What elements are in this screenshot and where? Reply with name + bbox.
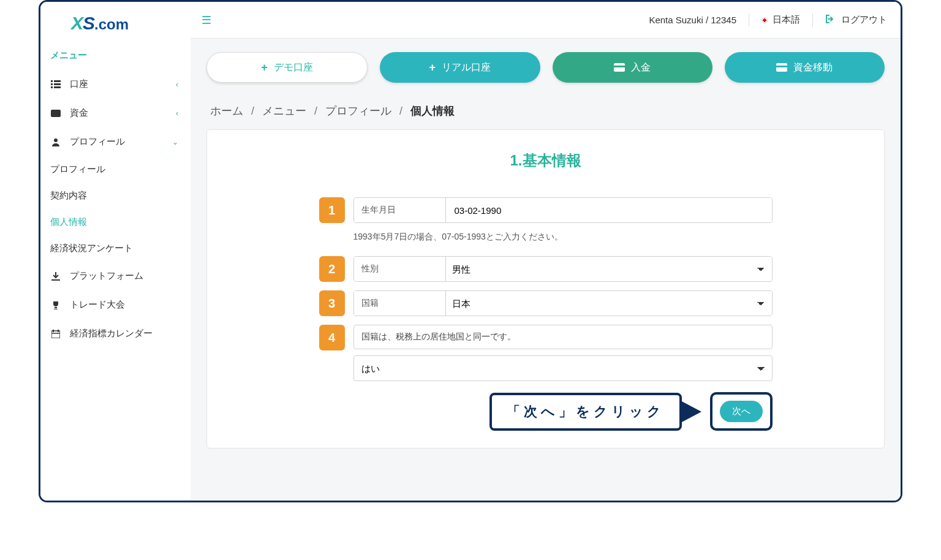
tax-residency-select[interactable]: はい bbox=[353, 355, 773, 381]
step-badge-1: 1 bbox=[319, 197, 345, 223]
breadcrumb-item[interactable]: ホーム bbox=[210, 105, 243, 117]
language-label: 日本語 bbox=[773, 14, 800, 26]
sidebar-item-platform[interactable]: プラットフォーム bbox=[40, 262, 191, 290]
user-label: Kenta Suzuki / 12345 bbox=[649, 15, 736, 25]
instruction-callout: 「次へ」をクリック bbox=[489, 393, 682, 431]
sidebar-item-label: 経済指標カレンダー bbox=[70, 328, 153, 339]
tax-residency-question: 国籍は、税務上の居住地国と同一です。 bbox=[353, 325, 773, 349]
sidebar-subitem-economic-survey[interactable]: 経済状況アンケート bbox=[50, 235, 191, 262]
sidebar-item-label: 口座 bbox=[70, 78, 88, 90]
svg-rect-4 bbox=[54, 83, 61, 85]
form-card: 1.基本情報 1 生年月日 1993年5月7日の場合、07-05-1993とご入… bbox=[206, 129, 885, 448]
arrow-right-icon bbox=[681, 401, 701, 423]
sidebar-item-label: 資金 bbox=[70, 107, 88, 119]
sidebar-submenu-profile: プロフィール 契約内容 個人情報 経済状況アンケート bbox=[40, 156, 191, 262]
step-badge-2: 2 bbox=[319, 256, 345, 282]
logo: XS.com bbox=[40, 13, 191, 46]
plus-icon: + bbox=[429, 61, 436, 74]
breadcrumb-sep: / bbox=[251, 105, 254, 117]
hamburger-icon[interactable]: ☰ bbox=[202, 13, 211, 27]
step-badge-4: 4 bbox=[319, 325, 345, 350]
logout-icon bbox=[825, 15, 835, 25]
step-badge-3: 3 bbox=[319, 290, 345, 316]
sidebar-subitem-personal-info[interactable]: 個人情報 bbox=[50, 209, 191, 235]
real-account-button[interactable]: + リアル口座 bbox=[380, 52, 540, 83]
calendar-icon bbox=[50, 330, 61, 338]
user-icon bbox=[50, 138, 61, 146]
breadcrumb-sep: / bbox=[314, 105, 317, 117]
card-icon bbox=[776, 63, 787, 72]
download-icon bbox=[50, 272, 61, 281]
svg-rect-1 bbox=[51, 83, 53, 85]
logo-s: S bbox=[83, 13, 94, 33]
callout-wrap: 「次へ」をクリック bbox=[489, 393, 701, 431]
breadcrumb: ホーム / メニュー / プロフィール / 個人情報 bbox=[210, 104, 885, 118]
button-label: 入金 bbox=[631, 61, 651, 74]
sidebar-item-label: トレード大会 bbox=[70, 299, 125, 311]
divider bbox=[812, 13, 813, 27]
trophy-icon bbox=[50, 301, 61, 309]
sidebar-item-label: プロフィール bbox=[70, 136, 125, 148]
gender-select[interactable]: 男性 bbox=[446, 257, 772, 281]
sidebar-subitem-profile[interactable]: プロフィール bbox=[50, 156, 191, 183]
sidebar-title: メニュー bbox=[40, 46, 191, 70]
card-icon bbox=[614, 63, 625, 72]
transfer-button[interactable]: 資金移動 bbox=[725, 52, 885, 83]
sidebar-item-label: プラットフォーム bbox=[70, 270, 143, 282]
topbar: ☰ Kenta Suzuki / 12345 日本語 ログアウト bbox=[191, 2, 901, 39]
dob-label: 生年月日 bbox=[354, 198, 446, 222]
svg-rect-3 bbox=[54, 80, 61, 82]
sidebar-item-profile[interactable]: プロフィール ⌄ bbox=[40, 127, 191, 156]
logo-x: X bbox=[71, 13, 83, 33]
sidebar-item-account[interactable]: 口座 ‹ bbox=[40, 70, 191, 99]
sidebar-item-competition[interactable]: トレード大会 bbox=[40, 290, 191, 319]
svg-point-7 bbox=[54, 138, 58, 142]
sidebar-subitem-contract[interactable]: 契約内容 bbox=[50, 183, 191, 209]
list-icon bbox=[50, 80, 61, 89]
button-label: デモ口座 bbox=[274, 61, 313, 74]
dob-input[interactable] bbox=[446, 198, 772, 222]
button-label: リアル口座 bbox=[442, 61, 491, 74]
logout-button[interactable]: ログアウト bbox=[825, 14, 887, 26]
dob-hint: 1993年5月7日の場合、07-05-1993とご入力ください。 bbox=[353, 232, 773, 243]
svg-rect-0 bbox=[51, 80, 53, 82]
sidebar-item-calendar[interactable]: 経済指標カレンダー bbox=[40, 319, 191, 348]
gender-label: 性別 bbox=[354, 257, 446, 281]
next-button-highlight: 次へ bbox=[710, 392, 773, 431]
nationality-label: 国籍 bbox=[354, 291, 446, 316]
sidebar-item-funds[interactable]: 資金 ‹ bbox=[40, 99, 191, 127]
wallet-icon bbox=[50, 110, 61, 117]
divider bbox=[749, 13, 749, 27]
svg-rect-6 bbox=[51, 110, 61, 117]
form-heading: 1.基本情報 bbox=[232, 151, 860, 170]
svg-rect-11 bbox=[58, 330, 59, 332]
language-selector[interactable]: 日本語 bbox=[761, 14, 800, 26]
chevron-down-icon: ⌄ bbox=[172, 138, 178, 146]
nationality-select[interactable]: 日本 bbox=[446, 291, 772, 316]
deposit-button[interactable]: 入金 bbox=[553, 52, 712, 83]
svg-rect-2 bbox=[51, 86, 53, 88]
sidebar: XS.com メニュー 口座 ‹ 資金 ‹ bbox=[40, 2, 191, 501]
demo-account-button[interactable]: + デモ口座 bbox=[206, 52, 368, 83]
plus-icon: + bbox=[261, 61, 268, 74]
breadcrumb-item[interactable]: プロフィール bbox=[325, 105, 391, 117]
breadcrumb-sep: / bbox=[399, 105, 402, 117]
button-label: 資金移動 bbox=[793, 61, 833, 74]
svg-rect-5 bbox=[54, 86, 61, 88]
svg-rect-10 bbox=[53, 330, 54, 332]
action-row: + デモ口座 + リアル口座 入金 資金移動 bbox=[206, 52, 885, 83]
logo-dotcom: .com bbox=[94, 16, 129, 32]
main-area: ☰ Kenta Suzuki / 12345 日本語 ログアウト bbox=[191, 2, 901, 501]
next-button[interactable]: 次へ bbox=[720, 401, 763, 422]
logout-label: ログアウト bbox=[841, 14, 887, 26]
svg-rect-8 bbox=[51, 279, 60, 281]
chevron-left-icon: ‹ bbox=[176, 80, 178, 89]
chevron-left-icon: ‹ bbox=[176, 109, 178, 118]
flag-jp-icon bbox=[761, 17, 768, 23]
breadcrumb-item[interactable]: メニュー bbox=[262, 105, 306, 117]
breadcrumb-current: 個人情報 bbox=[410, 105, 455, 117]
